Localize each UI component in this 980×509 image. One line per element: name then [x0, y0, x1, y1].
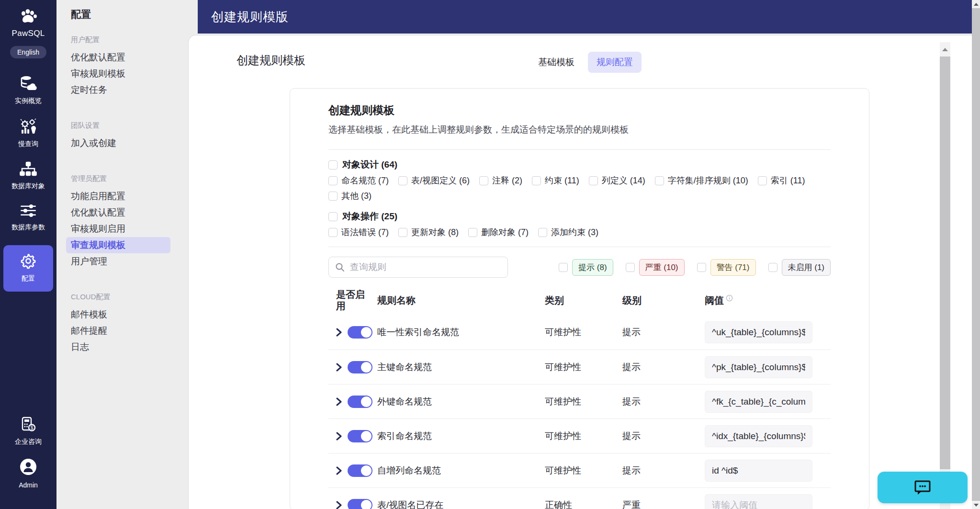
level-filter-success[interactable]: 提示 (8) [559, 259, 613, 276]
subnav-item[interactable]: 审核规则启用 [66, 221, 179, 237]
checkbox[interactable] [626, 263, 635, 272]
sidebar-item-config[interactable]: 配置 [3, 245, 53, 292]
rule-category-checkbox-item[interactable]: 其他 (3) [328, 190, 372, 202]
expand-chevron-icon[interactable] [335, 328, 343, 337]
checkbox[interactable] [697, 263, 706, 272]
threshold-input[interactable] [705, 356, 812, 378]
scroll-down-button[interactable] [972, 501, 980, 509]
expand-chevron-icon[interactable] [335, 363, 343, 372]
checkbox[interactable] [758, 176, 767, 185]
group-checkbox[interactable] [328, 160, 338, 170]
rule-name: 表/视图名已存在 [377, 499, 545, 509]
database-objects-icon [20, 161, 37, 179]
tab-base-template[interactable]: 基础模板 [529, 52, 583, 73]
rule-category-checkbox-item[interactable]: 表/视图定义 (6) [398, 175, 470, 186]
search-icon [335, 262, 345, 272]
enable-toggle[interactable] [348, 326, 372, 339]
rule-category-checkbox-item[interactable]: 命名规范 (7) [328, 175, 389, 186]
rule-controls [328, 499, 377, 509]
subnav-item[interactable]: 加入或创建 [66, 135, 179, 151]
rule-category-checkbox-item[interactable]: 更新对象 (8) [398, 226, 459, 238]
instance-overview-icon [20, 75, 37, 93]
rule-category-checkbox-item[interactable]: 删除对象 (7) [468, 226, 529, 238]
checkbox[interactable] [328, 228, 338, 237]
tab-rule-config[interactable]: 规则配置 [588, 52, 642, 73]
rule-category-checkbox-item[interactable]: 索引 (11) [758, 175, 805, 186]
chat-bubble-icon [914, 480, 931, 495]
checkbox[interactable] [328, 176, 338, 185]
expand-chevron-icon[interactable] [335, 432, 343, 441]
rule-category-checkbox-item[interactable]: 注释 (2) [479, 175, 522, 186]
rule-category-checkbox-item[interactable]: 字符集/排序规则 (10) [655, 175, 748, 186]
scroll-up-button[interactable] [940, 42, 950, 57]
database-params-icon [20, 204, 37, 220]
subnav-section-header: 团队设置 [71, 121, 179, 130]
divider [328, 247, 831, 247]
rule-controls [328, 361, 377, 373]
enable-toggle[interactable] [348, 499, 372, 509]
checkbox[interactable] [532, 176, 541, 185]
card-title: 创建规则模板 [328, 103, 831, 118]
checkbox[interactable] [468, 228, 477, 237]
subnav-item[interactable]: 审查规则模板 [66, 237, 170, 253]
checkbox[interactable] [589, 176, 598, 185]
rule-category-checkbox-item[interactable]: 添加约束 (3) [538, 226, 598, 238]
checkbox[interactable] [328, 192, 338, 201]
info-icon[interactable] [726, 294, 733, 302]
search-input[interactable] [328, 257, 508, 278]
rule-row: 唯一性索引命名规范可维护性提示 [328, 315, 831, 350]
subnav-item[interactable]: 功能启用配置 [66, 188, 179, 204]
language-button[interactable]: English [10, 46, 46, 58]
group-checkbox[interactable] [328, 212, 338, 221]
enable-toggle[interactable] [348, 430, 372, 442]
expand-chevron-icon[interactable] [335, 466, 343, 475]
rule-category-checkbox-item[interactable]: 语法错误 (7) [328, 226, 389, 238]
checkbox-label: 表/视图定义 (6) [411, 175, 470, 186]
subnav-item[interactable]: 用户管理 [66, 253, 179, 270]
threshold-input[interactable] [705, 494, 812, 509]
scrollbar-thumb[interactable] [940, 57, 950, 469]
content-scrollbar[interactable] [940, 42, 950, 509]
sidebar-item-database-objects[interactable]: 数据库对象 [0, 155, 56, 197]
scroll-up-button[interactable] [972, 0, 980, 8]
rule-level: 提示 [622, 326, 705, 339]
sidebar-item-admin[interactable]: Admin [0, 452, 56, 495]
subnav-item[interactable]: 审核规则模板 [66, 66, 179, 82]
threshold-input[interactable] [705, 460, 812, 482]
level-filter-danger[interactable]: 严重 (10) [626, 259, 685, 276]
level-filter-neutral[interactable]: 未启用 (1) [768, 259, 831, 276]
sidebar-item-database-params[interactable]: 数据库参数 [0, 197, 56, 238]
subnav-item[interactable]: 优化默认配置 [66, 49, 179, 66]
subnav-item[interactable]: 邮件模板 [66, 306, 179, 323]
checkbox[interactable] [398, 228, 407, 237]
threshold-input[interactable] [705, 391, 812, 413]
checkbox[interactable] [768, 263, 777, 272]
subnav-item[interactable]: 优化默认配置 [66, 204, 179, 221]
sidebar-item-enterprise-consult[interactable]: $ 企业咨询 [0, 410, 56, 452]
expand-chevron-icon[interactable] [335, 397, 343, 406]
enable-toggle[interactable] [348, 396, 372, 408]
subnav-item[interactable]: 邮件提醒 [66, 323, 179, 339]
checkbox[interactable] [479, 176, 488, 185]
checkbox[interactable] [398, 176, 407, 185]
rule-category-checkbox-item[interactable]: 列定义 (14) [589, 175, 645, 186]
subnav-item[interactable]: 日志 [66, 339, 179, 355]
chat-widget-button[interactable] [878, 472, 968, 503]
subnav-item[interactable]: 定时任务 [66, 82, 179, 98]
rule-category-checkbox-item[interactable]: 约束 (11) [532, 175, 579, 186]
checkbox[interactable] [538, 228, 547, 237]
gear-icon [20, 253, 36, 271]
enable-toggle[interactable] [348, 361, 372, 373]
sidebar-item-instance-overview[interactable]: 实例概览 [0, 69, 56, 112]
threshold-input[interactable] [705, 425, 812, 447]
expand-chevron-icon[interactable] [335, 501, 343, 509]
rule-level: 提示 [622, 396, 705, 408]
checkbox[interactable] [559, 263, 568, 272]
sidebar-item-slow-query[interactable]: 慢查询 [0, 112, 56, 155]
enable-toggle[interactable] [348, 464, 372, 477]
rule-threshold-cell [705, 321, 815, 343]
window-scrollbar[interactable] [972, 0, 980, 509]
level-filter-warning[interactable]: 警告 (71) [697, 259, 756, 276]
threshold-input[interactable] [705, 321, 812, 343]
checkbox[interactable] [655, 176, 664, 185]
